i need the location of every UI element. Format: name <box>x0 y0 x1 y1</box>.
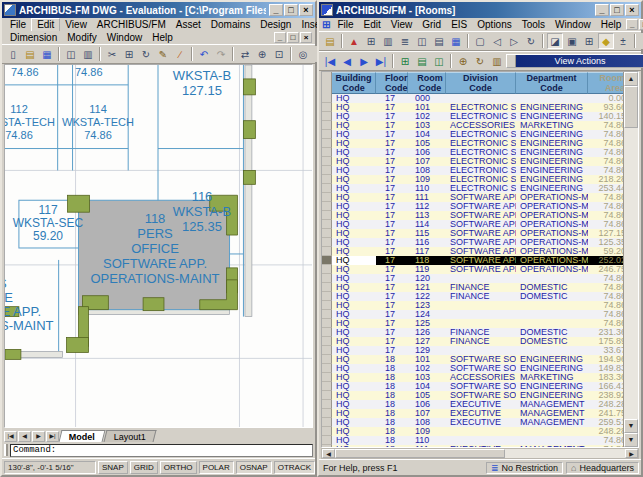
table-row[interactable]: HQ18107EXECUTIVEMANAGEMENT241.75 <box>322 409 638 418</box>
scroll-down-icon[interactable]: ▼ <box>624 419 638 433</box>
table-row[interactable]: HQ17107ELECTRONIC SYS.ENGINEERING74.86 <box>322 157 638 166</box>
open-icon[interactable]: ▤ <box>22 46 38 62</box>
row-selector[interactable] <box>322 238 332 247</box>
save-icon[interactable]: ▦ <box>39 46 55 62</box>
menu-item-options[interactable]: Options <box>472 19 516 31</box>
new-view-icon[interactable]: ▢ <box>472 33 488 49</box>
menu-item-file[interactable]: File <box>332 19 358 31</box>
row-selector[interactable] <box>322 256 332 265</box>
menu-item-grid[interactable]: Grid <box>417 19 446 31</box>
drawing-canvas[interactable]: 74.86 74.86 WKSTA-B 127.15 112 WKSTA-TEC… <box>4 64 313 428</box>
row-selector[interactable] <box>322 220 332 229</box>
row-selector[interactable] <box>322 121 332 130</box>
row-selector[interactable] <box>322 202 332 211</box>
row-selector[interactable] <box>322 310 332 319</box>
column-header-room[interactable]: RoomCode <box>408 72 446 94</box>
table-row[interactable]: HQ1712933.67 <box>322 346 638 355</box>
prev-record-icon[interactable]: ◀ <box>339 53 355 69</box>
table-row[interactable]: HQ18101SOFTWARE SOLN.ENGINEERING194.96 <box>322 355 638 364</box>
toggle-polar[interactable]: POLAR <box>199 461 234 474</box>
column-header-department[interactable]: DepartmentCode <box>516 72 588 94</box>
navigator-icon[interactable]: ▲ <box>346 33 362 49</box>
column-header-floor[interactable]: FloorCode <box>376 72 408 94</box>
print-icon[interactable]: ▥ <box>80 46 96 62</box>
find-icon[interactable]: ◎ <box>295 46 311 62</box>
row-selector[interactable] <box>322 265 332 274</box>
row-selector[interactable] <box>322 382 332 391</box>
table-row[interactable]: HQ18106EXECUTIVEMANAGEMENT248.28 <box>322 400 638 409</box>
table-row[interactable]: HQ17106ELECTRONIC SYS.ENGINEERING74.86 <box>322 148 638 157</box>
undo-icon[interactable]: ↶ <box>196 46 212 62</box>
row-selector[interactable] <box>322 274 332 283</box>
print-preview-icon[interactable]: ◫ <box>63 46 79 62</box>
review-icon[interactable]: ▥ <box>380 33 396 49</box>
row-selector[interactable] <box>322 157 332 166</box>
duplicate-icon[interactable]: ◫ <box>414 33 430 49</box>
dwg-titlebar[interactable]: ARCHIBUS-FM DWG - Evaluation - [C:\Progr… <box>2 2 315 18</box>
row-selector[interactable] <box>322 130 332 139</box>
table-row[interactable]: HQ17114SOFTWARE APP.OPERATIONS-MAINT74.8… <box>322 220 638 229</box>
previous-icon[interactable]: ◁ <box>489 33 505 49</box>
table-row[interactable]: HQ18103ACCESSORIESMARKETING183.36 <box>322 373 638 382</box>
table-row[interactable]: HQ17109ELECTRONIC SYS.ENGINEERING218.28 <box>322 175 638 184</box>
toolbar-grip[interactable] <box>507 55 516 67</box>
scroll-down-page-icon[interactable]: ▼ <box>624 433 638 447</box>
toggle-grid[interactable]: GRID <box>130 461 158 474</box>
row-selector[interactable] <box>322 418 332 427</box>
row-selector[interactable] <box>322 184 332 193</box>
table-row[interactable]: HQ1712474.86 <box>322 310 638 319</box>
first-tab-arrow[interactable]: |◀ <box>4 431 17 442</box>
menu-item-file[interactable]: File <box>5 19 31 31</box>
link-drawing-icon[interactable]: ⊞ <box>581 33 597 49</box>
cut-icon[interactable]: ✂ <box>104 46 120 62</box>
vertical-scroll-thumb[interactable] <box>624 86 638 128</box>
row-selector[interactable] <box>322 103 332 112</box>
table-row[interactable]: HQ17117SOFTWARE APP.OPERATIONS-MAINT59.2… <box>322 247 638 256</box>
folder-icon[interactable]: ▤ <box>431 33 447 49</box>
row-selector[interactable] <box>322 355 332 364</box>
tab-model[interactable]: Model <box>59 430 106 442</box>
menu-item-window[interactable]: Window <box>102 32 148 44</box>
copy-icon[interactable]: ⊞ <box>121 46 137 62</box>
last-record-icon[interactable]: ▶| <box>373 53 389 69</box>
table-row[interactable]: HQ17119SOFTWARE APP.OPERATIONS-MAINT246.… <box>322 265 638 274</box>
rotate-icon[interactable]: ↻ <box>138 46 154 62</box>
horizontal-scrollbar[interactable]: ◀ ▶ <box>321 448 639 459</box>
table-row[interactable]: HQ17118SOFTWARE APP.OPERATIONS-MAINT252.… <box>322 256 638 265</box>
table-row[interactable]: HQ18109248.28 <box>322 427 638 436</box>
doc-close-button[interactable]: × <box>300 32 312 43</box>
menu-item-help[interactable]: Help <box>596 19 627 31</box>
table-row[interactable]: HQ1712374.86 <box>322 301 638 310</box>
row-selector[interactable] <box>322 292 332 301</box>
table-row[interactable]: HQ17110ELECTRONIC SYS.ENGINEERING253.44 <box>322 184 638 193</box>
menu-item-asset[interactable]: Asset <box>171 19 206 31</box>
monitor-icon[interactable]: ▦ <box>448 33 464 49</box>
menu-item-domains[interactable]: Domains <box>206 19 255 31</box>
refresh-icon[interactable]: ↻ <box>523 33 539 49</box>
brush-icon[interactable]: ∕ <box>172 46 188 62</box>
pencil-icon[interactable]: ✎ <box>155 46 171 62</box>
close-button[interactable]: × <box>625 4 639 16</box>
update-records-icon[interactable]: ⊕ <box>455 53 471 69</box>
row-selector[interactable] <box>322 175 332 184</box>
row-selector[interactable] <box>322 94 332 103</box>
row-selector[interactable] <box>322 319 332 328</box>
row-selector[interactable] <box>322 445 332 447</box>
scroll-left-icon[interactable]: ◀ <box>322 449 335 458</box>
row-selector[interactable] <box>322 364 332 373</box>
table-row[interactable]: HQ1712574.86 <box>322 319 638 328</box>
list-icon[interactable]: ≣ <box>397 33 413 49</box>
doc-restore-button[interactable]: □ <box>639 19 643 30</box>
new-icon[interactable]: ▯ <box>5 46 21 62</box>
command-grip[interactable] <box>4 444 8 456</box>
table-row[interactable]: HQ18104SOFTWARE SOLN.ENGINEERING166.41 <box>322 382 638 391</box>
table-row[interactable]: HQ17101ELECTRONIC SYS.ENGINEERING93.66 <box>322 103 638 112</box>
table-row[interactable]: HQ18102SOFTWARE SOLN.ENGINEERING149.83 <box>322 364 638 373</box>
redo-icon[interactable]: ↷ <box>213 46 229 62</box>
row-selector[interactable] <box>322 112 332 121</box>
scroll-up-icon[interactable]: ▲ <box>624 72 638 86</box>
refresh-records-icon[interactable]: ↻ <box>472 53 488 69</box>
row-selector[interactable] <box>322 373 332 382</box>
toggle-otrack[interactable]: OTRACK <box>274 461 315 474</box>
table-row[interactable]: HQ17121FINANCEDOMESTIC74.86 <box>322 283 638 292</box>
